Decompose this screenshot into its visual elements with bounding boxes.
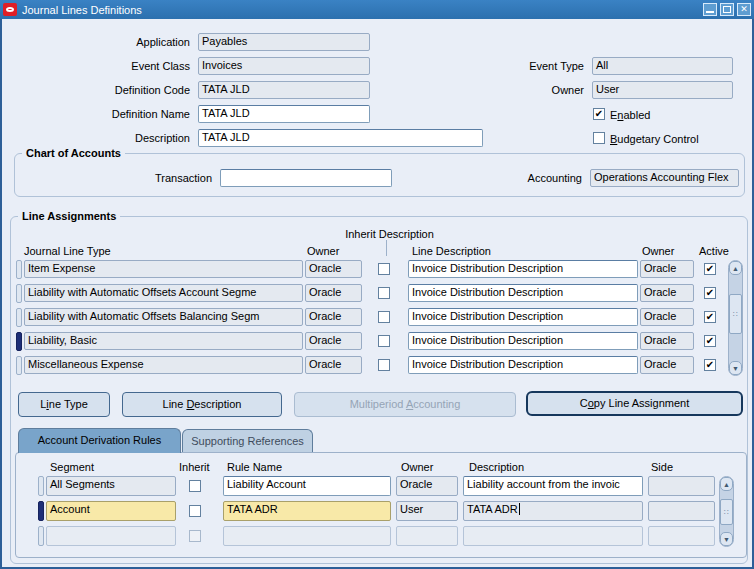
- record-indicator[interactable]: [16, 308, 22, 327]
- line-description-cell[interactable]: Invoice Distribution Description: [408, 356, 638, 374]
- definition-name-field[interactable]: TATA JLD: [198, 105, 370, 123]
- tab-supporting-references[interactable]: Supporting References: [182, 429, 313, 453]
- rule-name-cell[interactable]: [223, 526, 391, 546]
- owner-cell[interactable]: Oracle: [305, 332, 362, 350]
- scroll-down-button[interactable]: ▼: [720, 532, 733, 546]
- arrow-up-icon: ▲: [723, 481, 730, 488]
- segment-cell[interactable]: All Segments: [46, 476, 176, 496]
- maximize-button[interactable]: [720, 3, 734, 16]
- adr-owner-cell[interactable]: [396, 526, 458, 546]
- close-button[interactable]: ✕: [737, 3, 751, 16]
- adr-description-cell[interactable]: [463, 526, 643, 546]
- application-field[interactable]: Payables: [198, 33, 370, 51]
- active-checkbox[interactable]: [704, 311, 716, 323]
- owner-cell[interactable]: Oracle: [305, 284, 362, 302]
- adr-description-cell[interactable]: Liability account from the invoic: [463, 476, 643, 496]
- line-assignments-title: Line Assignments: [18, 210, 120, 222]
- journal-line-type-cell[interactable]: Item Expense: [24, 260, 303, 278]
- chart-of-accounts-title: Chart of Accounts: [22, 147, 125, 159]
- owner-label: Owner: [482, 84, 584, 96]
- inherit-description-checkbox[interactable]: [378, 311, 390, 323]
- owner-cell[interactable]: Oracle: [305, 308, 362, 326]
- line-assignments-scrollbar[interactable]: ▲ ∷ ▼: [728, 260, 743, 376]
- event-class-label: Event Class: [30, 60, 190, 72]
- line-description-cell[interactable]: Invoice Distribution Description: [408, 308, 638, 326]
- journal-line-type-cell[interactable]: Miscellaneous Expense: [24, 356, 303, 374]
- owner2-cell[interactable]: Oracle: [640, 308, 694, 326]
- active-checkbox[interactable]: [704, 359, 716, 371]
- event-class-field[interactable]: Invoices: [198, 57, 370, 75]
- record-indicator[interactable]: [16, 260, 22, 279]
- line-description-cell[interactable]: Invoice Distribution Description: [408, 284, 638, 302]
- record-indicator[interactable]: [38, 476, 44, 496]
- owner-field[interactable]: User: [592, 81, 733, 99]
- transaction-field[interactable]: [220, 169, 392, 187]
- definition-code-label: Definition Code: [30, 84, 190, 96]
- accounting-label: Accounting: [472, 172, 582, 184]
- journal-line-type-cell[interactable]: Liability with Automatic Offsets Balanci…: [24, 308, 303, 326]
- scroll-down-button[interactable]: ▼: [729, 361, 742, 375]
- scroll-up-button[interactable]: ▲: [729, 261, 742, 275]
- title-bar[interactable]: Journal Lines Definitions ✕: [0, 0, 754, 19]
- record-indicator[interactable]: [38, 526, 44, 546]
- inherit-header: Inherit: [179, 461, 210, 473]
- side-cell[interactable]: [648, 501, 715, 521]
- record-indicator[interactable]: [16, 284, 22, 303]
- event-type-field[interactable]: All: [592, 57, 733, 75]
- adr-description-header: Description: [469, 461, 524, 473]
- scrollbar-thumb[interactable]: ∷: [729, 294, 742, 334]
- description-field[interactable]: TATA JLD: [198, 129, 483, 147]
- inherit-description-checkbox[interactable]: [378, 287, 390, 299]
- record-indicator[interactable]: [16, 356, 22, 375]
- inherit-description-checkbox[interactable]: [378, 263, 390, 275]
- active-checkbox[interactable]: [704, 287, 716, 299]
- owner2-cell[interactable]: Oracle: [640, 332, 694, 350]
- segment-cell[interactable]: [46, 526, 176, 546]
- accounting-field[interactable]: Operations Accounting Flex: [590, 169, 739, 187]
- rule-name-cell[interactable]: TATA ADR: [223, 501, 391, 521]
- inherit-checkbox[interactable]: [189, 480, 201, 492]
- copy-line-assignment-button[interactable]: Copy Line Assignment: [526, 391, 743, 416]
- inherit-description-checkbox[interactable]: [378, 335, 390, 347]
- segment-cell[interactable]: Account: [46, 501, 176, 521]
- owner2-header: Owner: [642, 245, 674, 257]
- enabled-label: Enabled: [610, 109, 650, 121]
- journal-line-type-header: Journal Line Type: [24, 245, 111, 257]
- record-indicator-current[interactable]: [38, 501, 44, 521]
- budgetary-control-label: Budgetary Control: [610, 133, 699, 145]
- journal-line-type-cell[interactable]: Liability, Basic: [24, 332, 303, 350]
- inherit-checkbox[interactable]: [189, 530, 201, 542]
- enabled-checkbox[interactable]: [593, 108, 605, 120]
- line-description-cell[interactable]: Invoice Distribution Description: [408, 332, 638, 350]
- line-type-button[interactable]: Line Type: [18, 392, 110, 417]
- text-cursor: [519, 503, 520, 515]
- budgetary-control-checkbox[interactable]: [593, 132, 605, 144]
- scrollbar-thumb[interactable]: ∷: [720, 499, 733, 525]
- active-checkbox[interactable]: [704, 335, 716, 347]
- line-description-button[interactable]: Line Description: [122, 392, 282, 417]
- grip-icon: ∷: [733, 310, 738, 319]
- owner2-cell[interactable]: Oracle: [640, 284, 694, 302]
- owner-cell[interactable]: Oracle: [305, 356, 362, 374]
- owner2-cell[interactable]: Oracle: [640, 260, 694, 278]
- adr-scrollbar[interactable]: ▲ ∷ ▼: [719, 476, 734, 547]
- definition-code-field[interactable]: TATA JLD: [198, 81, 370, 99]
- adr-owner-cell[interactable]: Oracle: [396, 476, 458, 496]
- inherit-description-checkbox[interactable]: [378, 359, 390, 371]
- active-checkbox[interactable]: [704, 263, 716, 275]
- side-cell[interactable]: [648, 526, 715, 546]
- line-description-cell[interactable]: Invoice Distribution Description: [408, 260, 638, 278]
- minimize-button[interactable]: [703, 3, 717, 16]
- scroll-up-button[interactable]: ▲: [720, 477, 733, 491]
- adr-description-cell[interactable]: TATA ADR: [463, 501, 643, 521]
- adr-owner-cell[interactable]: User: [396, 501, 458, 521]
- owner2-cell[interactable]: Oracle: [640, 356, 694, 374]
- tab-account-derivation-rules[interactable]: Account Derivation Rules: [18, 428, 181, 453]
- record-indicator-current[interactable]: [16, 332, 22, 351]
- journal-line-type-cell[interactable]: Liability with Automatic Offsets Account…: [24, 284, 303, 302]
- rule-name-cell[interactable]: Liability Account: [223, 476, 391, 496]
- inherit-checkbox[interactable]: [189, 505, 201, 517]
- owner-cell[interactable]: Oracle: [305, 260, 362, 278]
- header-divider: [386, 240, 387, 256]
- side-cell[interactable]: [648, 476, 715, 496]
